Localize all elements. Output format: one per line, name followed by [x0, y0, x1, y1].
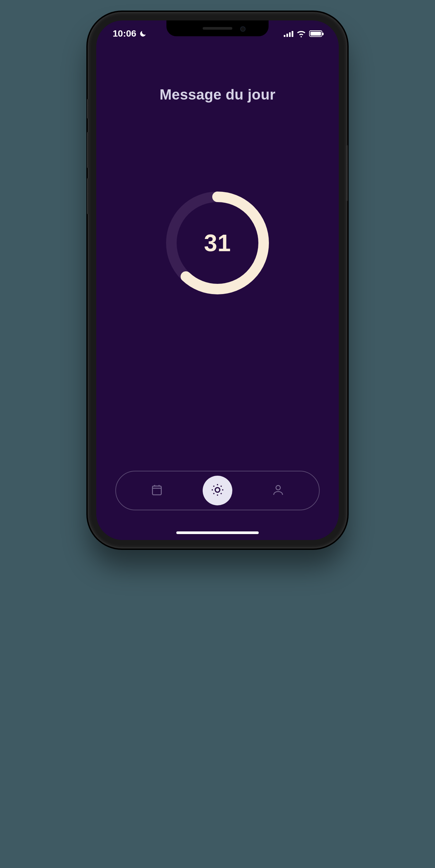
app-screen: 10:06: [96, 21, 339, 540]
moon-icon: [139, 30, 147, 38]
svg-point-5: [215, 488, 220, 492]
svg-line-13: [221, 486, 221, 487]
status-time: 10:06: [113, 28, 136, 39]
svg-point-14: [276, 486, 280, 490]
progress-ring[interactable]: 31: [163, 189, 272, 297]
page-title: Message du jour: [159, 86, 276, 103]
calendar-icon: [150, 483, 163, 498]
bottom-nav: [115, 471, 320, 510]
main-content: Message du jour 31: [96, 43, 339, 540]
volume-up-button: [87, 132, 89, 168]
battery-icon: [309, 30, 322, 37]
svg-line-8: [214, 486, 214, 487]
volume-down-button: [87, 178, 89, 214]
device-notch: [166, 21, 269, 36]
svg-rect-1: [153, 486, 161, 495]
mute-switch: [87, 99, 89, 119]
power-button: [346, 145, 348, 201]
wifi-icon: [297, 30, 306, 37]
phone-frame: 10:06: [89, 13, 346, 547]
person-icon: [272, 483, 285, 498]
speaker-grille: [203, 27, 232, 30]
progress-value: 31: [204, 229, 231, 256]
svg-line-12: [214, 493, 214, 494]
status-left: 10:06: [113, 28, 147, 39]
today-tab[interactable]: [203, 476, 232, 505]
calendar-tab[interactable]: [141, 474, 173, 507]
status-right: [284, 30, 322, 37]
sun-icon: [211, 483, 224, 498]
home-indicator[interactable]: [176, 531, 259, 534]
profile-tab[interactable]: [262, 474, 294, 507]
front-camera: [240, 26, 246, 32]
svg-line-9: [221, 493, 221, 494]
cellular-signal-icon: [284, 30, 293, 37]
